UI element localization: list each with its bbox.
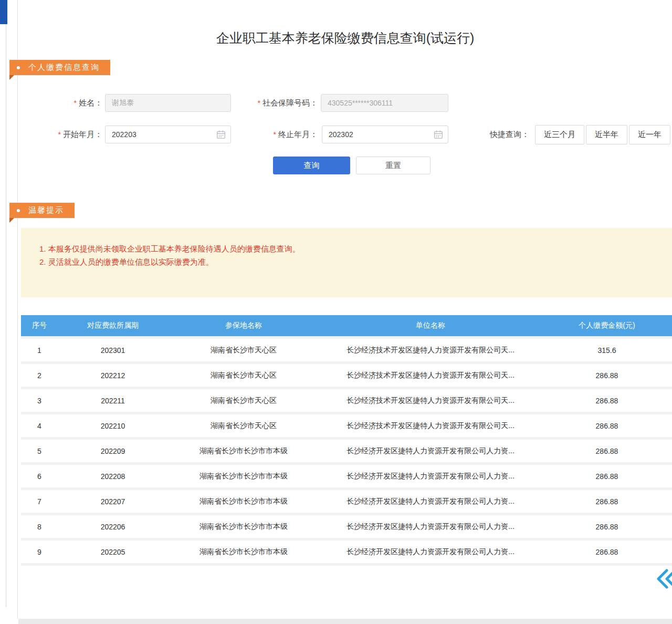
sidebar-rail [0, 0, 18, 619]
cell-insured-place: 湖南省长沙市天心区 [168, 388, 319, 413]
quick-btn-last-half-year[interactable]: 近半年 [586, 125, 627, 144]
cell-period: 202208 [58, 464, 168, 489]
cell-period: 202205 [58, 539, 168, 565]
section-badge-label: 个人缴费信息查询 [28, 63, 100, 72]
table-row: 2 202212 湖南省长沙市天心区 长沙经济技术开发区捷特人力资源开发有限公司… [21, 363, 672, 388]
cell-index: 4 [21, 413, 58, 439]
payment-table: 序号 对应费款所属期 参保地名称 单位名称 个人缴费金额(元) 1 202301… [21, 315, 672, 566]
required-asterisk: * [58, 130, 61, 139]
sidebar-collapsed-tab[interactable] [0, 0, 7, 24]
quick-query-label: 快捷查询： [490, 130, 529, 140]
cell-period: 202212 [58, 363, 168, 388]
cell-amount: 286.88 [542, 514, 672, 539]
end-date-input[interactable] [322, 126, 448, 143]
cell-index: 3 [21, 388, 58, 413]
required-asterisk: * [258, 99, 260, 107]
table-row: 6 202208 湖南省长沙市长沙市市本级 长沙经济开发区捷特人力资源开发有限公… [21, 464, 672, 489]
cell-period: 202301 [58, 338, 168, 363]
table-header-row: 序号 对应费款所属期 参保地名称 单位名称 个人缴费金额(元) [21, 315, 672, 338]
start-date-input[interactable] [105, 126, 231, 143]
badge-fold-corner [9, 75, 14, 80]
cell-employer: 长沙经济开发区捷特人力资源开发有限公司人力资... [319, 439, 542, 464]
section-badge-personal-query: 个人缴费信息查询 [9, 60, 110, 75]
cell-insured-place: 湖南省长沙市长沙市市本级 [168, 464, 319, 489]
badge-bullet-icon [17, 66, 20, 69]
cell-amount: 286.88 [542, 363, 672, 388]
table-row: 9 202205 湖南省长沙市长沙市市本级 长沙经济开发区捷特人力资源开发有限公… [21, 539, 672, 565]
cell-employer: 长沙经济开发区捷特人力资源开发有限公司人力资... [319, 539, 542, 565]
cell-employer: 长沙经济技术开发区捷特人力资源开发有限公司天... [319, 388, 542, 413]
cell-index: 9 [21, 539, 58, 565]
reset-button[interactable]: 重置 [356, 157, 430, 174]
cell-insured-place: 湖南省长沙市长沙市市本级 [168, 539, 319, 565]
cell-insured-place: 湖南省长沙市长沙市市本级 [168, 514, 319, 539]
cell-employer: 长沙经济技术开发区捷特人力资源开发有限公司天... [319, 363, 542, 388]
cell-index: 6 [21, 464, 58, 489]
calendar-icon[interactable] [216, 130, 226, 139]
cell-amount: 286.88 [542, 464, 672, 489]
cell-employer: 长沙经济技术开发区捷特人力资源开发有限公司天... [319, 413, 542, 439]
ssn-label: *社会保障号码： [236, 98, 318, 108]
cell-employer: 长沙经济技术开发区捷特人力资源开发有限公司天... [319, 338, 542, 363]
section-badge-tips: 温馨提示 [9, 203, 75, 218]
table-row: 3 202211 湖南省长沙市天心区 长沙经济技术开发区捷特人力资源开发有限公司… [21, 388, 672, 413]
cell-amount: 286.88 [542, 539, 672, 565]
start-date-label: *开始年月： [32, 130, 102, 140]
quick-query-group: 近三个月 近半年 近一年 [535, 125, 670, 144]
cell-period: 202210 [58, 413, 168, 439]
cell-employer: 长沙经济开发区捷特人力资源开发有限公司人力资... [319, 464, 542, 489]
page-title: 企业职工基本养老保险缴费信息查询(试运行) [18, 29, 672, 47]
cell-amount: 286.88 [542, 388, 672, 413]
cell-index: 7 [21, 489, 58, 514]
ssn-input [321, 94, 448, 112]
page: 企业职工基本养老保险缴费信息查询(试运行) 个人缴费信息查询 *姓名： *社会保… [0, 0, 672, 624]
header-cell-period: 对应费款所属期 [58, 315, 168, 338]
start-date-field [105, 126, 231, 143]
name-input [105, 94, 231, 112]
cell-insured-place: 湖南省长沙市长沙市市本级 [168, 439, 319, 464]
notice-box: 1. 本服务仅提供尚未领取企业职工基本养老保险待遇人员的缴费信息查询。 2. 灵… [21, 228, 672, 297]
horizontal-scrollbar[interactable] [18, 619, 672, 624]
required-asterisk: * [274, 130, 276, 139]
badge-bullet-icon [17, 209, 20, 212]
name-label: *姓名： [32, 98, 102, 108]
cell-period: 202206 [58, 514, 168, 539]
sidebar-rail-divider [6, 24, 6, 607]
cell-employer: 长沙经济开发区捷特人力资源开发有限公司人力资... [319, 489, 542, 514]
quick-btn-last-3-months[interactable]: 近三个月 [535, 125, 584, 144]
header-cell-index: 序号 [21, 315, 58, 338]
cell-amount: 286.88 [542, 413, 672, 439]
cell-period: 202209 [58, 439, 168, 464]
section-badge-label: 温馨提示 [28, 205, 64, 215]
cell-insured-place: 湖南省长沙市天心区 [168, 363, 319, 388]
table-row: 4 202210 湖南省长沙市天心区 长沙经济技术开发区捷特人力资源开发有限公司… [21, 413, 672, 439]
cell-amount: 315.6 [542, 338, 672, 363]
required-asterisk: * [74, 99, 77, 107]
notice-line: 2. 灵活就业人员的缴费单位信息以实际缴费为准。 [39, 255, 662, 268]
calendar-icon[interactable] [434, 130, 443, 139]
end-date-field [322, 126, 448, 143]
double-left-chevron-icon[interactable] [654, 567, 672, 590]
cell-period: 202211 [58, 388, 168, 413]
cell-period: 202207 [58, 489, 168, 514]
cell-index: 5 [21, 439, 58, 464]
table-row: 5 202209 湖南省长沙市长沙市市本级 长沙经济开发区捷特人力资源开发有限公… [21, 439, 672, 464]
cell-amount: 286.88 [542, 439, 672, 464]
cell-amount: 286.88 [542, 489, 672, 514]
cell-insured-place: 湖南省长沙市天心区 [168, 413, 319, 439]
cell-index: 8 [21, 514, 58, 539]
quick-btn-last-year[interactable]: 近一年 [629, 125, 670, 144]
header-cell-insured-place: 参保地名称 [168, 315, 319, 338]
cell-employer: 长沙经济开发区捷特人力资源开发有限公司人力资... [319, 514, 542, 539]
cell-index: 1 [21, 338, 58, 363]
cell-index: 2 [21, 363, 58, 388]
end-date-label: *终止年月： [247, 130, 318, 140]
header-cell-employer: 单位名称 [319, 315, 542, 338]
query-button[interactable]: 查询 [273, 157, 350, 174]
cell-insured-place: 湖南省长沙市长沙市市本级 [168, 489, 319, 514]
notice-line: 1. 本服务仅提供尚未领取企业职工基本养老保险待遇人员的缴费信息查询。 [39, 242, 662, 255]
table-row: 8 202206 湖南省长沙市长沙市市本级 长沙经济开发区捷特人力资源开发有限公… [21, 514, 672, 539]
table-row: 1 202301 湖南省长沙市天心区 长沙经济技术开发区捷特人力资源开发有限公司… [21, 338, 672, 363]
header-cell-amount: 个人缴费金额(元) [542, 315, 672, 338]
table-row: 7 202207 湖南省长沙市长沙市市本级 长沙经济开发区捷特人力资源开发有限公… [21, 489, 672, 514]
